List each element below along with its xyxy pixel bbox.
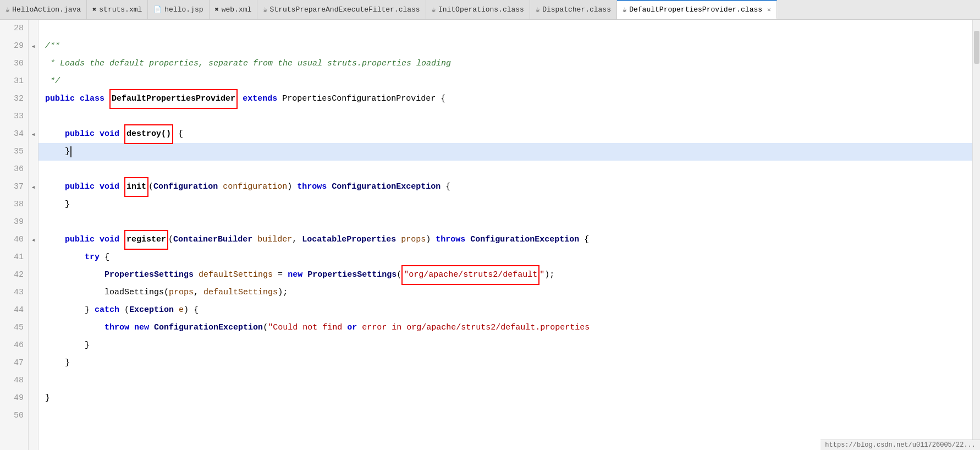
method-destroy-outlined: destroy()	[124, 124, 173, 144]
class-icon-3: ☕	[536, 6, 539, 14]
type-container-builder: ContainerBuilder	[173, 231, 252, 249]
type-properties-settings-2: PropertiesSettings	[307, 266, 397, 284]
class-parent: PropertiesConfigurationProvider {	[277, 90, 445, 108]
keyword-throws: throws	[297, 178, 327, 196]
line-number: 44	[4, 301, 24, 319]
tab-hello-action[interactable]: ☕ HelloAction.java	[0, 0, 87, 19]
brace-try: {	[100, 249, 109, 266]
tab-label: hello.jsp	[164, 6, 203, 14]
line-number: 34	[4, 125, 24, 143]
code-line-44: } catch ( Exception e ) {	[38, 301, 972, 319]
load-settings: loadSettings(	[104, 284, 169, 301]
indent: }	[45, 301, 95, 319]
gutter-row	[29, 143, 38, 161]
string-path-outlined: "org/apache/struts2/default	[401, 265, 539, 285]
gutter: ◂ ◂ ◂ ◂	[29, 20, 38, 450]
space	[218, 178, 223, 196]
line-number: 36	[4, 161, 24, 178]
gutter-row	[29, 301, 38, 319]
paren-exception: (	[263, 319, 268, 337]
space	[194, 266, 199, 284]
gutter-row[interactable]: ◂	[29, 231, 38, 249]
space	[95, 178, 100, 196]
comma: ,	[194, 284, 203, 301]
type-exception: Exception	[129, 301, 174, 319]
param-configuration: configuration	[223, 178, 287, 196]
gutter-row	[29, 20, 38, 37]
gutter-row[interactable]: ◂	[29, 178, 38, 196]
param-props: props	[401, 231, 426, 249]
space	[357, 319, 362, 337]
line-number: 48	[4, 372, 24, 389]
semi: );	[544, 266, 554, 284]
tab-struts-xml[interactable]: ✖ struts.xml	[87, 0, 148, 19]
class-close-brace: }	[45, 389, 50, 407]
cursor	[70, 146, 71, 157]
gutter-row	[29, 249, 38, 266]
line-number: 46	[4, 337, 24, 354]
tab-default-properties[interactable]: ☕ DefaultPropertiesProvider.class ✕	[617, 0, 777, 19]
brace-catch: ) {	[184, 301, 199, 319]
tab-init-operations[interactable]: ☕ InitOperations.class	[426, 0, 530, 19]
keyword-public: public	[45, 90, 75, 108]
tab-close-button[interactable]: ✕	[767, 6, 771, 13]
space	[119, 231, 124, 249]
tab-hello-jsp[interactable]: 📄 hello.jsp	[148, 0, 209, 19]
gutter-row	[29, 337, 38, 354]
line-number: 47	[4, 354, 24, 372]
keyword-void: void	[100, 125, 119, 143]
tab-bar: ☕ HelloAction.java ✖ struts.xml 📄 hello.…	[0, 0, 980, 20]
line-number: 30	[4, 55, 24, 73]
indent-close: }	[45, 196, 70, 213]
class-icon-4: ☕	[623, 6, 626, 14]
keyword-public: public	[65, 125, 95, 143]
space	[95, 125, 100, 143]
space	[149, 319, 154, 337]
tab-struts-filter[interactable]: ☕ StrutsPrepareAndExecuteFilter.class	[257, 0, 426, 19]
keyword-try: try	[85, 249, 100, 266]
line-number: 35	[4, 143, 24, 161]
paren-open: (	[168, 231, 173, 249]
gutter-row[interactable]: ◂	[29, 37, 38, 55]
gutter-row	[29, 354, 38, 372]
gutter-row[interactable]: ◂	[29, 125, 38, 143]
tab-web-xml[interactable]: ✖ web.xml	[210, 0, 258, 19]
line-number: 49	[4, 389, 24, 407]
indent	[45, 178, 65, 196]
line-number: 45	[4, 319, 24, 337]
tab-label: DefaultPropertiesProvider.class	[629, 6, 762, 14]
tab-label: Dispatcher.class	[542, 6, 611, 14]
tab-label: struts.xml	[99, 6, 142, 14]
param-e: e	[179, 301, 184, 319]
code-line-39	[38, 213, 972, 231]
keyword-new: new	[288, 266, 302, 284]
class-icon: ☕	[263, 6, 267, 14]
line-numbers: 28 29 30 31 32 33 34 35 36 37 38 39 40 4…	[0, 20, 29, 450]
code-line-46: }	[38, 337, 972, 354]
indent	[45, 319, 104, 337]
code-line-29: /**	[38, 37, 972, 55]
tab-label: HelloAction.java	[12, 6, 81, 14]
space	[75, 90, 80, 108]
line-number: 41	[4, 249, 24, 266]
exception-type: ConfigurationException	[332, 178, 441, 196]
code-line-42: PropertiesSettings defaultSettings = new…	[38, 266, 972, 284]
xml-icon-2: ✖	[215, 6, 219, 14]
code-area[interactable]: /** * Loads the default properties, sepa…	[38, 20, 972, 450]
space	[302, 266, 307, 284]
keyword-catch: catch	[95, 301, 119, 319]
scroll-indicator[interactable]	[972, 20, 980, 450]
space	[129, 319, 134, 337]
line-number: 42	[4, 266, 24, 284]
gutter-row	[29, 73, 38, 90]
param-builder: builder	[257, 231, 292, 249]
scroll-thumb[interactable]	[974, 31, 979, 64]
brace-open-3: {	[579, 231, 589, 249]
tab-dispatcher[interactable]: ☕ Dispatcher.class	[530, 0, 617, 19]
code-line-43: loadSettings( props , defaultSettings );	[38, 284, 972, 301]
gutter-row	[29, 161, 38, 178]
code-line-31: */	[38, 73, 972, 90]
param-props-2: props	[169, 284, 194, 301]
comma: ,	[292, 231, 302, 249]
code-line-49: }	[38, 389, 972, 407]
